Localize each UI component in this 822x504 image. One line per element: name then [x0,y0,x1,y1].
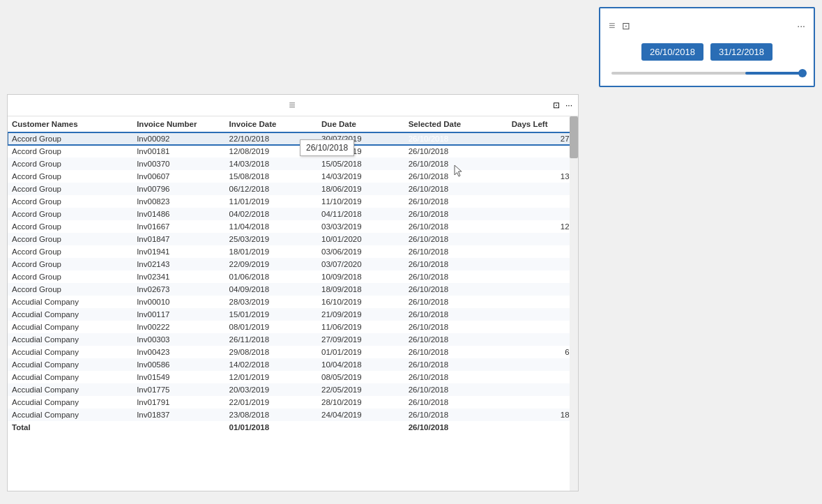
table-row[interactable]: Accord GroupInv0148604/02/201804/11/2018… [8,208,578,220]
panel-expand-icon[interactable]: ⊡ [553,100,560,110]
cell-invoice-date: 01/06/2018 [225,270,317,283]
cell-selected-date: 26/10/2018 [404,371,508,383]
table-row[interactable]: Accord GroupInv0214322/09/201903/07/2020… [8,258,578,270]
cell-selected-date: 26/10/2018 [404,321,508,333]
table-row[interactable]: Accudial CompanyInv0030326/11/201827/09/… [8,333,578,346]
table-row[interactable]: Accord GroupInv0082311/01/201911/10/2019… [8,195,578,208]
start-date-badge[interactable]: 26/10/2018 [641,43,703,61]
date-slider[interactable] [609,72,805,75]
table-row[interactable]: Accord GroupInv0009222/10/201830/07/2019… [8,132,578,146]
table-header-row: Customer Names Invoice Number Invoice Da… [8,116,578,132]
table-row[interactable]: Accudial CompanyInv0001028/03/201916/10/… [8,296,578,308]
cell-customer: Accord Group [8,220,132,233]
cell-invoice-date: 11/04/2018 [225,220,317,233]
cell-invoice-num: Inv00607 [132,170,224,183]
cell-invoice-num: Inv00222 [132,321,224,333]
cell-invoice-num: Inv00117 [132,308,224,321]
header-customer-names: Customer Names [8,116,132,132]
cell-invoice-num: Inv00823 [132,195,224,208]
cell-invoice-date: 11/01/2019 [225,195,317,208]
table-row[interactable]: Accord GroupInv0018112/08/201919/11/2019… [8,145,578,158]
cell-days-left [508,371,578,383]
cell-invoice-num: Inv02143 [132,258,224,270]
table-row[interactable]: Accudial CompanyInv0154912/01/201908/05/… [8,371,578,383]
table-row[interactable]: Accord GroupInv0184725/03/201910/01/2020… [8,233,578,245]
cell-due-date: 11/10/2019 [317,195,404,208]
cell-days-left [508,358,578,371]
footer-invoice-date: 01/01/2018 [225,421,317,434]
cell-due-date: 14/03/2019 [317,170,404,183]
table-row[interactable]: Accudial CompanyInv0183723/08/201824/04/… [8,408,578,421]
cell-invoice-num: Inv01941 [132,245,224,258]
table-row[interactable]: Accudial CompanyInv0058614/02/201810/04/… [8,358,578,371]
widget-dots-icon[interactable]: ··· [797,20,805,31]
cell-customer: Accudial Company [8,346,132,358]
header-invoice-date: Invoice Date [225,116,317,132]
vertical-scrollbar[interactable] [570,116,578,491]
cell-days-left [508,283,578,296]
cell-due-date: 16/10/2019 [317,296,404,308]
cell-invoice-num: Inv01549 [132,371,224,383]
end-date-badge[interactable]: 31/12/2018 [710,43,772,61]
header-days-left: Days Left [508,116,578,132]
cell-days-left: 128 [508,220,578,233]
widget-expand-icon[interactable]: ⊡ [622,20,630,31]
table-row[interactable]: Accord GroupInv0166711/04/201803/03/2019… [8,220,578,233]
cell-selected-date: 26/10/2018 [404,208,508,220]
table-footer-row: Total 01/01/2018 26/10/2018 [8,421,578,434]
table-row[interactable]: Accudial CompanyInv0011715/01/201921/09/… [8,308,578,321]
cell-days-left: 9 [508,208,578,220]
table-row[interactable]: Accord GroupInv0234101/06/201810/09/2018… [8,270,578,283]
cell-invoice-date: 15/08/2018 [225,170,317,183]
cell-invoice-date: 18/01/2019 [225,245,317,258]
cell-invoice-num: Inv01775 [132,383,224,396]
table-row[interactable]: Accord GroupInv0194118/01/201903/06/2019… [8,245,578,258]
cell-invoice-date: 28/03/2019 [225,296,317,308]
cell-due-date: 21/09/2019 [317,308,404,321]
cell-customer: Accord Group [8,245,132,258]
cell-days-left: 180 [508,408,578,421]
cell-days-left [508,321,578,333]
table-row[interactable]: Accudial CompanyInv0179122/01/201928/10/… [8,396,578,408]
cell-customer: Accudial Company [8,371,132,383]
panel-dots-icon[interactable]: ··· [565,100,572,110]
table-row[interactable]: Accord GroupInv0060715/08/201814/03/2019… [8,170,578,183]
cell-invoice-num: Inv00092 [132,132,224,146]
table-row[interactable]: Accudial CompanyInv0042329/08/201801/01/… [8,346,578,358]
cell-invoice-date: 25/03/2019 [225,233,317,245]
cell-selected-date: 26/10/2018 [404,346,508,358]
table-row[interactable]: Accudial CompanyInv0022208/01/201911/06/… [8,321,578,333]
cell-invoice-num: Inv00181 [132,145,224,158]
table-row[interactable]: Accudial CompanyInv0177520/03/201922/05/… [8,383,578,396]
slider-track [611,72,802,75]
cell-customer: Accord Group [8,233,132,245]
cell-invoice-num: Inv00796 [132,183,224,195]
cell-days-left [508,308,578,321]
cell-days-left: 67 [508,346,578,358]
cell-customer: Accord Group [8,183,132,195]
cell-invoice-date: 23/08/2018 [225,408,317,421]
footer-total-label: Total [8,421,132,434]
table-row[interactable]: Accord GroupInv0267304/09/201818/09/2018… [8,283,578,296]
cell-customer: Accord Group [8,132,132,146]
cell-due-date: 01/01/2019 [317,346,404,358]
slider-thumb[interactable] [798,69,807,77]
cell-customer: Accord Group [8,170,132,183]
date-tooltip: 26/10/2018 [300,139,354,156]
cell-customer: Accudial Company [8,333,132,346]
cell-invoice-date: 06/12/2018 [225,183,317,195]
panel-header: ≡ ⊡ ··· [8,95,578,116]
cell-customer: Accord Group [8,258,132,270]
cell-days-left [508,195,578,208]
cell-selected-date: 26/10/2018 [404,145,508,158]
table-row[interactable]: Accord GroupInv0079606/12/201818/06/2019… [8,183,578,195]
footer-empty-3 [508,421,578,434]
date-range-widget[interactable]: ≡ ⊡ ··· 26/10/2018 31/12/2018 [599,7,815,87]
cell-selected-date: 26/10/2018 [404,333,508,346]
table-row[interactable]: Accord GroupInv0037014/03/201815/05/2018… [8,158,578,170]
widget-drag-handle: ≡ [609,20,616,32]
cell-selected-date: 26/10/2018 [404,396,508,408]
cell-invoice-date: 04/02/2018 [225,208,317,220]
cell-days-left [508,383,578,396]
scrollbar-thumb[interactable] [570,116,578,158]
